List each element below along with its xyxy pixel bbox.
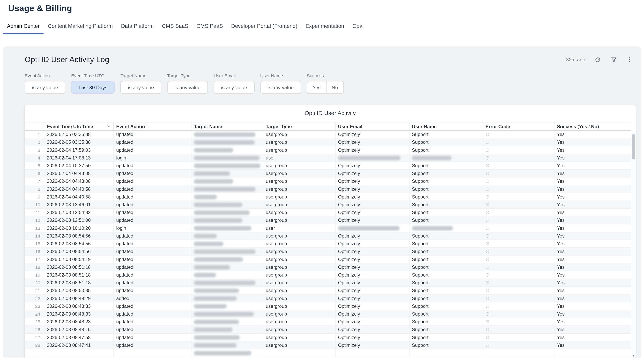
cell-target-name[interactable] [192, 232, 263, 239]
cell-target-type[interactable]: usergroup [263, 341, 336, 349]
cell-event-time[interactable]: 2026-02-03 12:51:00 [44, 217, 114, 224]
cell-success[interactable]: Yes [554, 224, 631, 232]
cell-target-name[interactable] [192, 209, 263, 216]
scrollbar-thumb[interactable] [632, 134, 635, 160]
cell-user-name[interactable]: Support [410, 209, 483, 216]
column-header[interactable]: Event Time Utc Time [44, 122, 114, 130]
table-scrollbar[interactable]: ▾ [631, 131, 636, 358]
cell-user-email[interactable]: Optimizely [336, 201, 409, 208]
cell-user-name[interactable]: Support [410, 170, 483, 177]
cell-user-name[interactable] [410, 154, 483, 161]
cell-user-email[interactable]: Optimizely [336, 232, 409, 239]
cell-success[interactable]: Yes [554, 170, 631, 177]
cell-event-action[interactable]: updated [114, 217, 192, 224]
table-row[interactable]: 27 2026-02-03 08:47:58 updated usergroup… [25, 334, 631, 341]
cell-user-email[interactable] [336, 154, 409, 161]
cell-event-time[interactable]: 2026-02-05 03:35:38 [44, 139, 114, 146]
cell-success[interactable]: Yes [554, 279, 631, 286]
cell-success[interactable]: Yes [554, 178, 631, 185]
cell-target-type[interactable] [263, 349, 336, 356]
table-row[interactable]: 18 2026-02-03 08:51:18 updated usergroup… [25, 263, 631, 271]
cell-target-name[interactable] [192, 162, 263, 169]
cell-event-action[interactable]: login [114, 154, 192, 161]
filter-value-chip[interactable]: Last 30 Days [71, 81, 115, 94]
cell-target-type[interactable]: usergroup [263, 193, 336, 200]
cell-event-time[interactable]: 2026-02-03 08:47:58 [44, 334, 114, 341]
cell-event-time[interactable]: 2026-02-03 08:50:35 [44, 287, 114, 294]
cell-user-name[interactable] [410, 224, 483, 232]
tab-cms-saas[interactable]: CMS SaaS [158, 20, 192, 34]
cell-target-name[interactable] [192, 139, 263, 146]
cell-event-time[interactable]: 2026-02-03 08:51:18 [44, 279, 114, 286]
cell-event-time[interactable] [44, 349, 114, 356]
cell-user-email[interactable]: Optimizely [336, 302, 409, 310]
cell-user-name[interactable]: Support [410, 263, 483, 271]
cell-target-type[interactable]: usergroup [263, 217, 336, 224]
cell-target-name[interactable] [192, 341, 263, 349]
cell-event-action[interactable]: updated [114, 287, 192, 294]
cell-event-action[interactable] [114, 349, 192, 356]
cell-target-name[interactable] [192, 256, 263, 263]
cell-target-type[interactable]: usergroup [263, 146, 336, 154]
cell-event-time[interactable]: 2026-02-05 03:35:38 [44, 131, 114, 138]
cell-event-action[interactable]: updated [114, 162, 192, 169]
cell-user-email[interactable]: Optimizely [336, 209, 409, 216]
cell-event-time[interactable]: 2026-02-03 08:51:18 [44, 271, 114, 278]
cell-user-email[interactable]: Optimizely [336, 318, 409, 325]
cell-target-type[interactable]: usergroup [263, 310, 336, 317]
table-row[interactable]: 15 2026-02-03 08:54:56 updated usergroup… [25, 240, 631, 248]
table-row[interactable]: 16 2026-02-03 08:54:56 updated usergroup… [25, 248, 631, 255]
table-row[interactable]: 17 2026-02-03 08:54:19 updated usergroup… [25, 256, 631, 263]
cell-event-action[interactable]: updated [114, 146, 192, 154]
refresh-button[interactable] [594, 56, 601, 63]
cell-target-type[interactable]: usergroup [263, 139, 336, 146]
cell-success[interactable]: Yes [554, 154, 631, 161]
table-row[interactable]: 25 2026-02-03 08:48:23 updated usergroup… [25, 318, 631, 326]
table-row[interactable]: 21 2026-02-03 08:50:35 updated usergroup… [25, 287, 631, 295]
column-header[interactable]: User Email [336, 122, 409, 130]
cell-target-type[interactable]: usergroup [263, 279, 336, 286]
table-row[interactable]: 24 2026-02-03 08:48:33 updated usergroup… [25, 310, 631, 318]
table-row[interactable]: 23 2026-02-03 08:48:33 updated usergroup… [25, 302, 631, 310]
cell-user-name[interactable]: Support [410, 271, 483, 278]
cell-target-type[interactable]: usergroup [263, 248, 336, 255]
cell-user-name[interactable]: Support [410, 310, 483, 317]
cell-success[interactable]: Yes [554, 256, 631, 263]
cell-success[interactable]: Yes [554, 131, 631, 138]
cell-event-time[interactable]: 2026-02-04 04:43:08 [44, 170, 114, 177]
cell-event-time[interactable]: 2026-02-03 12:54:32 [44, 209, 114, 216]
cell-event-action[interactable]: updated [114, 170, 192, 177]
tab-experimentation[interactable]: Experimentation [302, 20, 348, 34]
scrollbar-down-arrow[interactable]: ▾ [631, 354, 636, 358]
cell-target-type[interactable]: user [263, 224, 336, 232]
cell-event-action[interactable]: updated [114, 201, 192, 208]
cell-event-time[interactable]: 2026-02-04 04:40:58 [44, 185, 114, 193]
table-row[interactable]: 5 2026-02-04 10:37:50 updated usergroup … [25, 162, 631, 170]
cell-target-name[interactable] [192, 310, 263, 317]
cell-event-time[interactable]: 2026-02-03 08:48:15 [44, 326, 114, 333]
cell-event-action[interactable]: updated [114, 326, 192, 333]
cell-user-email[interactable]: Optimizely [336, 334, 409, 341]
table-row[interactable]: 19 2026-02-03 08:51:18 updated usergroup… [25, 271, 631, 279]
cell-success[interactable]: Yes [554, 217, 631, 224]
cell-user-name[interactable]: Support [410, 256, 483, 263]
table-row[interactable]: 12 2026-02-03 12:51:00 updated usergroup… [25, 217, 631, 224]
cell-event-time[interactable]: 2026-02-03 13:46:01 [44, 201, 114, 208]
cell-user-email[interactable]: Optimizely [336, 248, 409, 255]
tab-admin-center[interactable]: Admin Center [3, 20, 44, 34]
table-row[interactable]: 7 2026-02-04 04:43:08 updated usergroup … [25, 178, 631, 185]
cell-target-type[interactable]: usergroup [263, 326, 336, 333]
cell-user-name[interactable]: Support [410, 248, 483, 255]
cell-target-name[interactable] [192, 349, 263, 356]
cell-target-name[interactable] [192, 279, 263, 286]
table-row[interactable]: 2 2026-02-05 03:35:38 updated usergroup … [25, 139, 631, 146]
cell-success[interactable]: Yes [554, 146, 631, 154]
cell-user-name[interactable]: Support [410, 185, 483, 193]
cell-success[interactable]: Yes [554, 201, 631, 208]
cell-target-type[interactable]: usergroup [263, 131, 336, 138]
cell-user-name[interactable]: Support [410, 240, 483, 247]
table-row[interactable]: 3 2026-02-04 17:59:03 updated usergroup … [25, 146, 631, 154]
cell-event-time[interactable]: 2026-02-03 08:54:19 [44, 256, 114, 263]
table-row[interactable]: 14 2026-02-03 08:54:56 updated usergroup… [25, 232, 631, 240]
column-header[interactable]: Event Action [114, 122, 192, 130]
